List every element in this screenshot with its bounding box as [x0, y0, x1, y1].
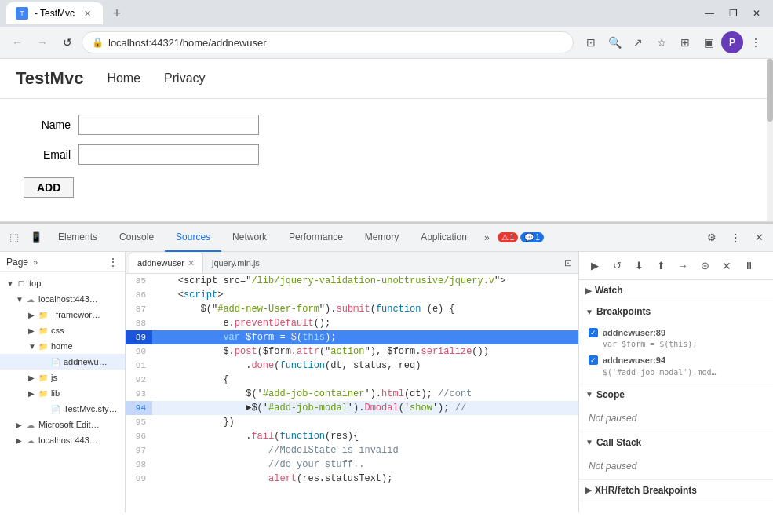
callstack-section: ▼ Call Stack Not paused — [579, 432, 773, 480]
more-tabs-button[interactable]: » — [478, 232, 496, 243]
window-close-button[interactable]: ✕ — [746, 3, 767, 24]
tab-console[interactable]: Console — [108, 224, 165, 252]
address-bar[interactable]: 🔒 localhost:44321/home/addnewuser — [82, 31, 574, 53]
name-input[interactable] — [78, 115, 259, 135]
scope-status: Not paused — [579, 408, 773, 428]
tree-item-microsoft[interactable]: ▶ ☁ Microsoft Edit… — [0, 417, 125, 432]
code-line-93: 93 $('#add-job-container').html(dt); //c… — [126, 387, 578, 401]
code-content[interactable]: 85 <script src="/lib/jquery-validation-u… — [126, 274, 578, 512]
tree-item-addnewuser[interactable]: ▶ 📄 addnewu… — [0, 354, 125, 370]
tab-close-button[interactable]: ✕ — [81, 7, 93, 20]
devtools-more-icon[interactable]: ⋮ — [724, 227, 746, 249]
window-minimize-button[interactable]: — — [699, 3, 720, 24]
cast-icon[interactable]: ⊡ — [580, 31, 602, 53]
refresh-button[interactable]: ↺ — [57, 31, 78, 53]
profile-button[interactable]: P — [721, 31, 743, 53]
tree-item-testmvc-style[interactable]: ▶ 📄 TestMvc.sty… — [0, 401, 125, 417]
dont-pause-exceptions-button[interactable]: ✕ — [717, 257, 736, 275]
resume-button[interactable]: ▶ — [585, 257, 604, 275]
watch-section-header[interactable]: ▶ Watch — [579, 280, 773, 301]
tab-application[interactable]: Application — [410, 224, 478, 252]
step-over-button[interactable]: ↺ — [607, 257, 626, 275]
sidebar-icon[interactable]: ▣ — [698, 31, 720, 53]
tree-item-home[interactable]: ▼ 📁 home — [0, 338, 125, 354]
editor-tab-addnewuser[interactable]: addnewuser ✕ — [129, 253, 203, 273]
tab-elements[interactable]: Elements — [47, 224, 108, 252]
step-out-button[interactable]: ⬆ — [651, 257, 670, 275]
editor-tab-jquery[interactable]: jquery.min.js — [204, 253, 268, 273]
code-line-96: 96 .fail(function(res){ — [126, 429, 578, 443]
inspect-element-button[interactable]: ⬚ — [3, 227, 25, 249]
device-toolbar-button[interactable]: 📱 — [25, 227, 47, 249]
tree-item-top[interactable]: ▼ □ top — [0, 275, 125, 291]
forward-button[interactable]: → — [31, 31, 53, 53]
tree-arrow-localhost1: ▼ — [16, 295, 25, 304]
breakpoint-checkbox-94[interactable]: ✓ — [589, 355, 598, 365]
step-button[interactable]: → — [673, 257, 692, 275]
tree-arrow-localhost2: ▶ — [16, 436, 25, 445]
breakpoints-content: ✓ addnewuser:89 var $form = $(this); ✓ a… — [579, 322, 773, 384]
tab-performance[interactable]: Performance — [278, 224, 354, 252]
devtools-panel: ⬚ 📱 Elements Console Sources Network Per… — [0, 222, 773, 512]
code-text-97: //ModelState is invalid — [152, 443, 578, 457]
name-label: Name — [24, 118, 71, 131]
callstack-section-header[interactable]: ▼ Call Stack — [579, 432, 773, 453]
code-line-87: 87 $("#add-new-User-form").submit(functi… — [126, 302, 578, 316]
tree-item-localhost2[interactable]: ▶ ☁ localhost:443… — [0, 432, 125, 448]
deactivate-button[interactable]: ⊝ — [695, 257, 714, 275]
window-maximize-button[interactable]: ❐ — [723, 3, 743, 24]
scope-content: Not paused — [579, 405, 773, 432]
new-tab-button[interactable]: + — [106, 2, 128, 24]
breakpoint-checkbox-89[interactable]: ✓ — [589, 328, 598, 337]
tree-item-framework[interactable]: ▶ 📁 _framewor… — [0, 307, 125, 322]
tab-memory[interactable]: Memory — [354, 224, 410, 252]
code-text-86: <script> — [152, 288, 578, 302]
tree-item-lib[interactable]: ▶ 📁 lib — [0, 385, 125, 401]
email-input[interactable] — [78, 144, 259, 165]
file-icon-style: 📄 — [50, 403, 61, 414]
tab-sources[interactable]: Sources — [165, 224, 221, 252]
browser-tab[interactable]: T - TestMvc ✕ — [6, 2, 103, 24]
back-button[interactable]: ← — [6, 31, 28, 53]
bookmark-icon[interactable]: ☆ — [651, 31, 673, 53]
tree-item-css[interactable]: ▶ 📁 css — [0, 322, 125, 338]
editor-maximize-button[interactable]: ⊡ — [561, 256, 575, 270]
tab-title: - TestMvc — [35, 8, 75, 19]
sources-more-icon[interactable]: ⋮ — [108, 256, 119, 268]
tree-item-localhost1[interactable]: ▼ ☁ localhost:443… — [0, 291, 125, 307]
tree-label-css: css — [51, 326, 64, 335]
xhr-arrow-icon: ▶ — [585, 486, 592, 494]
editor-tab-close-addnewuser[interactable]: ✕ — [188, 258, 195, 268]
line-num-89: 89 — [126, 330, 152, 344]
share-icon[interactable]: ↗ — [627, 31, 649, 53]
zoom-icon[interactable]: 🔍 — [603, 31, 625, 53]
code-line-95: 95 }) — [126, 415, 578, 429]
settings-icon[interactable]: ⚙ — [701, 227, 723, 249]
code-line-98: 98 //do your stuff.. — [126, 457, 578, 472]
pause-async-button[interactable]: ⏸ — [739, 257, 758, 275]
xhr-section: ▶ XHR/fetch Breakpoints — [579, 480, 773, 501]
extensions-icon[interactable]: ⊞ — [674, 31, 696, 53]
xhr-section-header[interactable]: ▶ XHR/fetch Breakpoints — [579, 480, 773, 501]
add-button[interactable]: ADD — [24, 177, 74, 198]
nav-privacy-link[interactable]: Privacy — [164, 71, 205, 86]
page-more-icon[interactable]: » — [33, 257, 38, 267]
nav-home-link[interactable]: Home — [107, 71, 140, 86]
breakpoints-section-header[interactable]: ▼ Breakpoints — [579, 301, 773, 322]
step-into-button[interactable]: ⬇ — [629, 257, 648, 275]
url-text: localhost:44321/home/addnewuser — [108, 37, 563, 49]
tree-arrow-home: ▼ — [28, 342, 38, 351]
devtools-close-icon[interactable]: ✕ — [748, 227, 770, 249]
breakpoint-location-94: addnewuser:94 — [603, 355, 665, 365]
code-text-93: $('#add-job-container').html(dt); //cont — [152, 387, 578, 401]
tree-arrow-css: ▶ — [28, 326, 38, 335]
more-options-icon[interactable]: ⋮ — [745, 31, 767, 53]
tree-arrow-js: ▶ — [28, 373, 38, 382]
code-line-99: 99 alert(res.statusText); — [126, 472, 578, 486]
tab-favicon: T — [16, 7, 28, 20]
tab-network[interactable]: Network — [221, 224, 278, 252]
right-sections: ▶ Watch ▼ Breakpoints ✓ — [579, 280, 773, 512]
page-scrollbar[interactable] — [767, 59, 773, 221]
tree-item-js[interactable]: ▶ 📁 js — [0, 370, 125, 385]
scope-section-header[interactable]: ▼ Scope — [579, 384, 773, 405]
